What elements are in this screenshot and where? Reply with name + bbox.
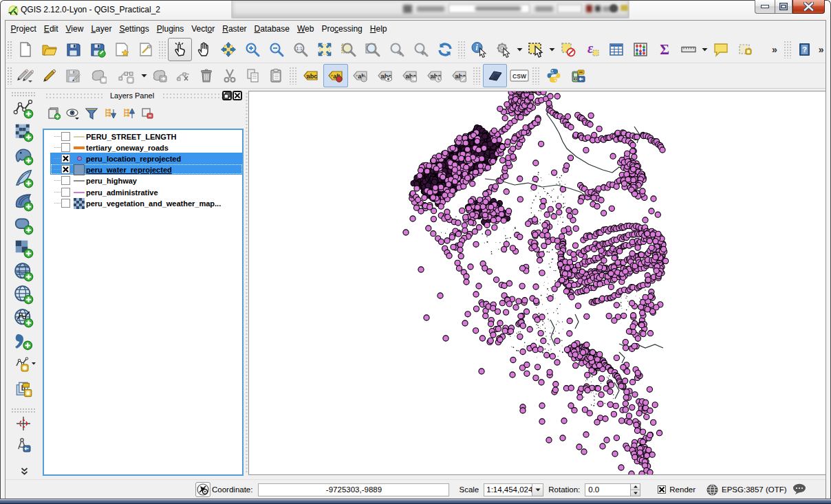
svg-text:abc: abc xyxy=(307,73,318,80)
svg-text:ε: ε xyxy=(587,41,593,56)
svg-text:1:1: 1:1 xyxy=(296,46,302,51)
svg-text:?: ? xyxy=(802,45,807,54)
svg-text:Σ: Σ xyxy=(660,41,669,58)
svg-text:CSW: CSW xyxy=(512,73,527,80)
